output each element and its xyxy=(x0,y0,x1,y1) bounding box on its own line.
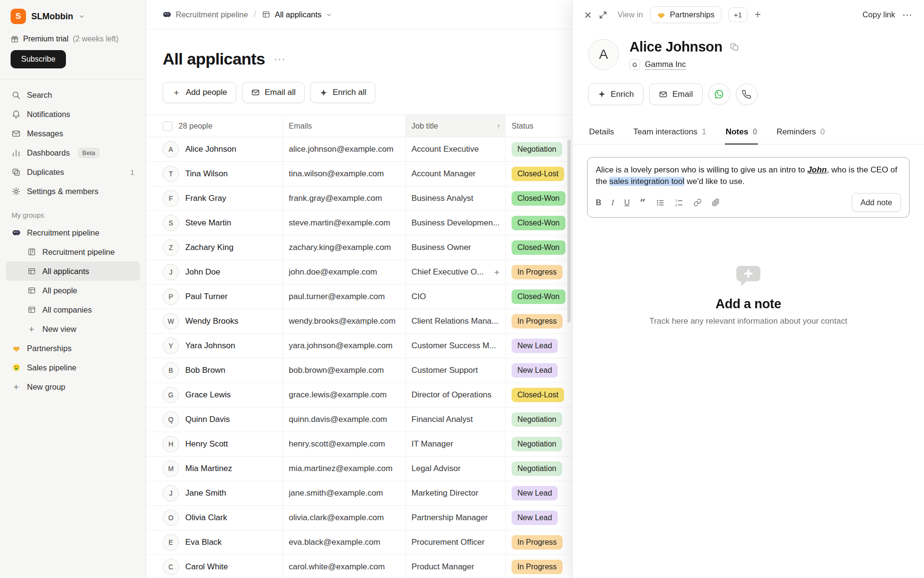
table-row[interactable]: T Tina Wilson tina.wilson@example.com Ac… xyxy=(146,162,572,186)
tab-details[interactable]: Details xyxy=(588,121,615,144)
company-link[interactable]: Gamma Inc xyxy=(645,60,686,70)
whatsapp-button[interactable] xyxy=(708,83,730,105)
table-row[interactable]: S Steve Martin steve.martin@example.com … xyxy=(146,211,572,236)
add-note-button[interactable]: Add note xyxy=(852,193,901,212)
table-row[interactable]: M Mia Martinez mia.martinez@example.com … xyxy=(146,457,572,481)
status-badge[interactable]: Closed-Won xyxy=(512,191,565,206)
status-badge[interactable]: In Progress xyxy=(512,535,563,550)
numbered-list-icon[interactable]: 12 xyxy=(675,198,683,207)
vertical-scrollbar[interactable] xyxy=(567,140,571,323)
column-header-people[interactable]: 28 people xyxy=(146,115,283,137)
column-header-status[interactable]: Status xyxy=(506,115,572,137)
underline-icon[interactable]: U xyxy=(624,199,630,207)
table-row[interactable]: P Paul Turner paul.turner@example.com CI… xyxy=(146,285,572,309)
column-header-emails[interactable]: Emails xyxy=(283,115,406,137)
column-header-job-title[interactable]: Job title ↑ xyxy=(406,115,506,137)
status-badge[interactable]: New Lead xyxy=(512,511,558,525)
status-badge[interactable]: Negotiation xyxy=(512,461,562,476)
breadcrumb-current[interactable]: All applicants xyxy=(262,10,332,19)
tab-reminders[interactable]: Reminders 0 xyxy=(775,121,826,144)
sidebar-item-notifications[interactable]: Notifications xyxy=(6,105,140,124)
note-text[interactable]: Alice is a lovely person who is willing … xyxy=(596,164,901,187)
sidebar-new-group[interactable]: + New group xyxy=(6,377,140,396)
table-row[interactable]: B Bob Brown bob.brown@example.com Custom… xyxy=(146,358,572,383)
status-badge[interactable]: In Progress xyxy=(512,265,563,279)
table-row[interactable]: G Grace Lewis grace.lewis@example.com Di… xyxy=(146,383,572,407)
sidebar-item-settings[interactable]: Settings & members xyxy=(6,182,140,201)
sidebar-view-all-people[interactable]: All people xyxy=(6,281,140,300)
status-badge[interactable]: Closed-Lost xyxy=(512,167,564,181)
partnerships-pill[interactable]: Partnerships xyxy=(650,6,721,23)
tab-team-interactions[interactable]: Team interactions 1 xyxy=(632,121,707,144)
status-badge[interactable]: Closed-Won xyxy=(512,289,565,304)
more-locations-pill[interactable]: +1 xyxy=(729,7,747,22)
table-row[interactable]: J John Doe john.doe@example.com Chief Ex… xyxy=(146,260,572,285)
sidebar-item-search[interactable]: Search xyxy=(6,85,140,105)
bold-icon[interactable]: B xyxy=(596,199,602,207)
table-row[interactable]: A Alice Johnson alice.johnson@example.co… xyxy=(146,137,572,162)
status-badge[interactable]: New Lead xyxy=(512,486,558,500)
table-row[interactable]: C Carol White carol.white@example.com Pr… xyxy=(146,555,572,578)
sort-ascending-icon[interactable]: ↑ xyxy=(497,122,501,130)
select-all-checkbox[interactable] xyxy=(163,121,172,131)
duplicates-count: 1 xyxy=(130,168,134,176)
sidebar-group-partnerships[interactable]: Partnerships xyxy=(6,339,140,358)
status-badge[interactable]: In Progress xyxy=(512,314,563,328)
status-badge[interactable]: Closed-Won xyxy=(512,216,565,230)
row-name: Carol White xyxy=(185,562,228,572)
table-row[interactable]: W Wendy Brooks wendy.brooks@example.com … xyxy=(146,309,572,334)
table-row[interactable]: Q Quinn Davis quinn.davis@example.com Fi… xyxy=(146,407,572,432)
email-all-button[interactable]: Email all xyxy=(242,82,305,103)
table-row[interactable]: E Eva Black eva.black@example.com Procur… xyxy=(146,530,572,555)
copy-link-button[interactable]: Copy link xyxy=(862,10,895,19)
link-icon[interactable] xyxy=(693,198,702,207)
italic-icon[interactable]: I xyxy=(612,199,614,207)
workspace-switcher[interactable]: S SLMobbin xyxy=(0,0,146,31)
table-row[interactable]: H Henry Scott henry.scott@example.com IT… xyxy=(146,432,572,457)
status-badge[interactable]: Closed-Lost xyxy=(512,388,564,402)
status-badge[interactable]: In Progress xyxy=(512,560,563,574)
panel-more-ellipsis-icon[interactable]: ⋯ xyxy=(902,10,912,20)
quote-icon[interactable]: ” xyxy=(640,197,645,208)
page-menu-ellipsis-icon[interactable]: ⋯ xyxy=(274,53,285,65)
status-badge[interactable]: Negotiation xyxy=(512,412,562,427)
view-label: All companies xyxy=(42,305,92,315)
email-button[interactable]: Email xyxy=(649,83,703,105)
tab-count: 0 xyxy=(821,127,825,137)
page-title: All applicants xyxy=(163,50,265,68)
sidebar-view-recruitment-pipeline[interactable]: Recruitment pipeline xyxy=(6,242,140,262)
bullet-list-icon[interactable] xyxy=(656,198,665,207)
sidebar-group-recruitment-pipeline[interactable]: Recruitment pipeline xyxy=(6,223,140,242)
sidebar-group-sales-pipeline[interactable]: Sales pipeline xyxy=(6,358,140,377)
sidebar-new-view[interactable]: + New view xyxy=(6,319,140,339)
status-badge[interactable]: Negotiation xyxy=(512,142,562,157)
copy-name-icon[interactable] xyxy=(730,42,739,52)
sidebar-item-messages[interactable]: Messages xyxy=(6,124,140,143)
status-badge[interactable]: Closed-Won xyxy=(512,240,565,255)
expand-icon[interactable] xyxy=(599,11,607,19)
enrich-all-button[interactable]: Enrich all xyxy=(310,82,375,103)
table-row[interactable]: O Olivia Clark olivia.clark@example.com … xyxy=(146,506,572,530)
attachment-icon[interactable] xyxy=(712,198,720,207)
add-people-button[interactable]: + Add people xyxy=(163,82,236,103)
status-badge[interactable]: Negotiation xyxy=(512,437,562,451)
breadcrumb-parent[interactable]: Recruitment pipeline xyxy=(163,10,248,19)
status-badge[interactable]: New Lead xyxy=(512,363,558,378)
tab-notes[interactable]: Notes 0 xyxy=(725,121,758,144)
sidebar-view-all-applicants[interactable]: All applicants xyxy=(6,262,140,281)
table-row[interactable]: F Frank Gray frank.gray@example.com Busi… xyxy=(146,186,572,211)
handshake-emoji-icon xyxy=(657,11,666,19)
add-to-list-icon[interactable]: + xyxy=(755,9,761,20)
close-icon[interactable]: × xyxy=(584,9,591,21)
sidebar-item-duplicates[interactable]: Duplicates 1 xyxy=(6,162,140,182)
table-row[interactable]: Y Yara Johnson yara.johnson@example.com … xyxy=(146,334,572,358)
breadcrumb-parent-label: Recruitment pipeline xyxy=(176,10,248,19)
phone-button[interactable] xyxy=(736,83,757,105)
table-row[interactable]: J Jane Smith jane.smith@example.com Mark… xyxy=(146,481,572,506)
status-badge[interactable]: New Lead xyxy=(512,339,558,353)
subscribe-button[interactable]: Subscribe xyxy=(11,50,66,68)
table-row[interactable]: Z Zachary King zachary.king@example.com … xyxy=(146,236,572,260)
sidebar-item-dashboards[interactable]: Dashboards Beta xyxy=(6,143,140,162)
sidebar-view-all-companies[interactable]: All companies xyxy=(6,300,140,319)
enrich-button[interactable]: Enrich xyxy=(588,83,643,105)
